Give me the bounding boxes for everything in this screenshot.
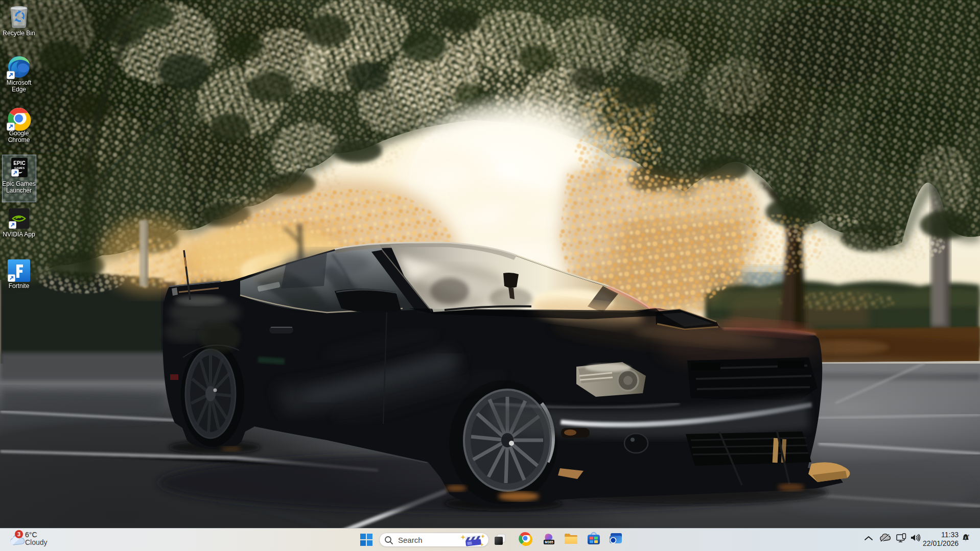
- svg-text:z: z: [965, 536, 967, 539]
- svg-text:EPIC: EPIC: [13, 160, 25, 166]
- svg-text:M365: M365: [545, 540, 553, 544]
- svg-text:z: z: [968, 534, 969, 537]
